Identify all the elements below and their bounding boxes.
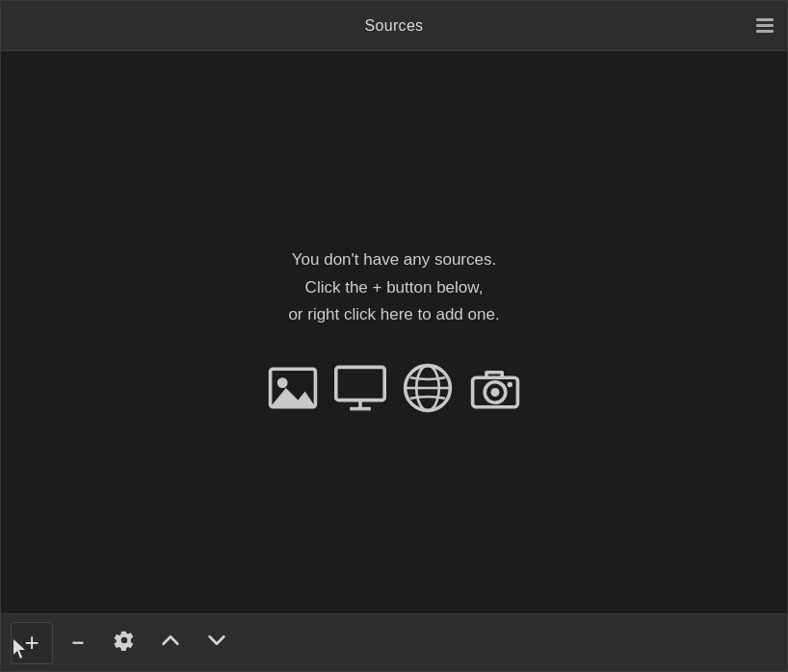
remove-icon: − [72,631,85,656]
chevron-down-icon [206,630,227,656]
svg-marker-16 [13,639,25,659]
remove-source-button[interactable]: − [57,622,99,664]
empty-line-2: Click the + button below, [288,274,499,302]
sources-content-area[interactable]: You don't have any sources. Click the + … [1,51,787,613]
source-settings-button[interactable] [103,622,145,664]
move-source-up-button[interactable] [149,622,192,664]
panel-menu-button[interactable] [756,18,774,34]
camera-source-icon [465,358,525,418]
svg-rect-0 [756,18,774,21]
add-icon: + [24,628,39,658]
source-type-icons [263,358,525,418]
svg-point-15 [508,382,512,387]
display-capture-icon [330,358,390,418]
panel-header: Sources [1,1,787,51]
svg-rect-6 [336,368,384,401]
sources-panel: Sources You don't have any sources. Clic… [0,0,788,672]
svg-point-4 [277,378,288,389]
svg-marker-5 [271,388,316,407]
svg-rect-2 [756,30,774,33]
chevron-up-icon [160,630,181,656]
gear-icon [114,630,135,656]
image-source-icon [263,358,323,418]
move-source-down-button[interactable] [196,622,238,664]
svg-rect-1 [756,24,774,27]
browser-source-icon [398,358,458,418]
empty-line-3: or right click here to add one. [288,301,499,329]
empty-line-1: You don't have any sources. [288,246,499,274]
empty-state-message: You don't have any sources. Click the + … [288,246,499,330]
sources-toolbar: + − [1,613,787,671]
svg-point-14 [491,388,500,397]
panel-title: Sources [365,17,424,35]
add-source-button[interactable]: + [11,622,53,664]
